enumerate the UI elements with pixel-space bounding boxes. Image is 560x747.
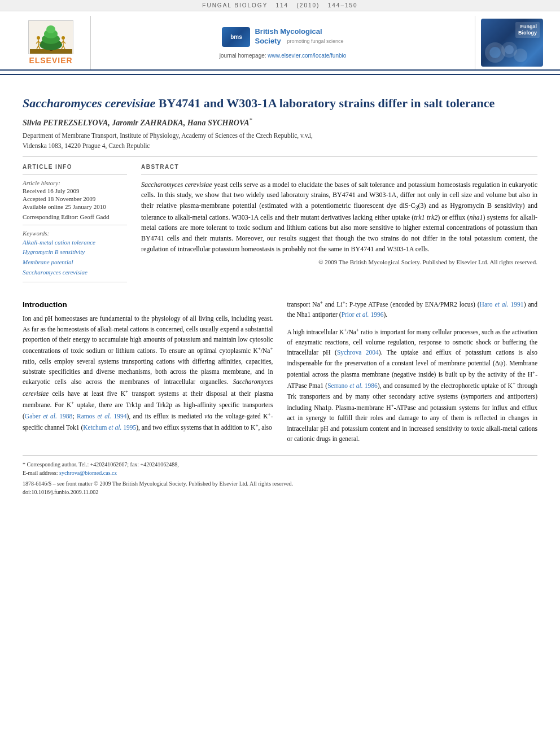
svg-line-10 [37, 46, 38, 49]
keyword-2: Hygromycin B sensitivity [23, 247, 127, 257]
svg-line-11 [38, 46, 40, 49]
society-mycological: Society [255, 37, 281, 46]
keywords-list: Alkali-metal cation tolerance Hygromycin… [23, 238, 127, 277]
footnote-doi: doi:10.1016/j.funbio.2009.11.002 [23, 488, 537, 496]
ref-serrano[interactable]: Serrano et al. 1986 [327, 382, 378, 389]
journal-homepage: journal homepage: www.elsevier.com/locat… [220, 53, 347, 59]
bms-logo: bms British Mycological Society promotin… [222, 27, 343, 47]
history-label: Article history: [23, 180, 127, 186]
homepage-link[interactable]: www.elsevier.com/locate/funbio [268, 53, 346, 59]
title-species: Saccharomyces cerevisiae [23, 96, 155, 110]
header-center: bms British Mycological Society promotin… [90, 16, 475, 69]
abstract-higher-word: higher [403, 224, 421, 231]
affiliation-line2: Videnska 1083, 14220 Prague 4, Czech Rep… [23, 142, 150, 149]
accepted-date: Accepted 18 November 2009 [23, 195, 127, 202]
bms-label: bms [230, 34, 242, 40]
intro-paragraph-2: transport Na+ and Li+: P-type ATPase (en… [287, 298, 538, 320]
svg-line-17 [63, 46, 65, 49]
species-italic: Saccharomyces cerevisiae [23, 378, 273, 396]
society-info: British Mycological Society promoting fu… [255, 27, 343, 46]
page-wrapper: FUNGAL BIOLOGY 114 (2010) 144–150 [0, 0, 560, 505]
ref-gaber[interactable]: Gaber et al. 1988 [25, 413, 73, 420]
article-info-header: ARTICLE INFO [23, 164, 127, 170]
article-title: Saccharomyces cerevisiae BY4741 and W303… [23, 95, 537, 112]
ref-ketchum[interactable]: Ketchum et al. 1995 [83, 424, 136, 431]
info-divider-top [23, 174, 127, 175]
ref-ramos[interactable]: Ramos et al. 1994 [77, 413, 126, 420]
keyword-3: Membrane potential [23, 257, 127, 268]
ref-prior[interactable]: Prior et al. 1996 [342, 311, 384, 318]
title-text: Saccharomyces cerevisiae BY4741 and W303… [23, 96, 495, 110]
fb-title-line1: Fungal [518, 24, 537, 30]
journal-cover-area: Fungal Biology [475, 16, 549, 69]
article-info-abstract: ARTICLE INFO Article history: Received 1… [23, 164, 537, 287]
corresponding-label: * Corresponding author. Tel.: +420241062… [23, 461, 179, 468]
authors: Silvia PETREZSELYOVA, Jaromir ZAHRADKA, … [23, 117, 537, 128]
society-tagline: promoting fungal science [287, 38, 343, 45]
svg-point-5 [46, 25, 55, 33]
main-content: Saccharomyces cerevisiae BY4741 and W303… [0, 78, 560, 505]
footnote-corresponding: * Corresponding author. Tel.: +420241062… [23, 460, 537, 477]
journal-pages: 144–150 [328, 2, 358, 8]
abstract-column: ABSTRACT Saccharomyces cerevisiae yeast … [141, 164, 537, 287]
article-info-column: ARTICLE INFO Article history: Received 1… [23, 164, 127, 287]
copyright-line: © 2009 The British Mycological Society. … [141, 259, 537, 265]
journal-id-bar: FUNGAL BIOLOGY 114 (2010) 144–150 [0, 0, 560, 11]
info-divider-bottom [23, 225, 127, 225]
journal-year: 2010 [300, 2, 317, 8]
author-list: Silvia PETREZSELYOVA, Jaromir ZAHRADKA, … [23, 119, 252, 127]
article-body: Introduction Ion and pH homeostases are … [23, 298, 537, 444]
email-link[interactable]: sychrova@biomed.cas.cz [59, 470, 117, 476]
fb-title-line2: Biology [518, 30, 537, 36]
body-left-column: Introduction Ion and pH homeostases are … [23, 298, 273, 444]
svg-line-16 [62, 46, 63, 49]
abstract-species: Saccharomyces cerevisiae [141, 181, 212, 189]
intro-paragraph-1: Ion and pH homeostases are fundamental t… [23, 313, 273, 433]
bms-emblem: bms [222, 27, 250, 47]
society-mycological-line: Society promoting fungal science [255, 37, 343, 46]
elsevier-logo-area: ELSEVIER [11, 16, 90, 69]
keywords-label: Keywords: [23, 230, 127, 237]
ref-haro[interactable]: Haro et al. 1991 [480, 301, 524, 308]
affiliation: Department of Membrane Transport, Instit… [23, 131, 537, 151]
email-label: E-mail address: [23, 470, 59, 476]
body-right-column: transport Na+ and Li+: P-type ATPase (en… [287, 298, 538, 444]
keyword-4: Saccharomyces cerevisiae [23, 268, 127, 278]
svg-point-21 [489, 47, 501, 58]
fungal-biology-cover: Fungal Biology [481, 19, 543, 67]
elsevier-logo: ELSEVIER [28, 20, 73, 65]
keyword-1: Alkali-metal cation tolerance [23, 238, 127, 248]
svg-point-6 [37, 36, 40, 40]
header-bar: ELSEVIER bms British Mycological Society… [0, 11, 560, 71]
homepage-label: journal homepage: [220, 53, 266, 59]
cover-art-svg [484, 36, 535, 64]
footnote-section: * Corresponding author. Tel.: +420241062… [23, 455, 537, 496]
elsevier-tree-image [28, 20, 73, 54]
intro-section-title: Introduction [23, 300, 273, 309]
abstract-text: Saccharomyces cerevisiae yeast cells ser… [141, 180, 537, 254]
svg-point-22 [505, 45, 514, 54]
content-divider-1 [23, 156, 537, 157]
footnote-issn: 1878-6146/$ – see front matter © 2009 Th… [23, 479, 537, 488]
author1: Silvia PETREZSELYOVA, Jaromir ZAHRADKA, … [23, 119, 250, 127]
svg-point-20 [514, 49, 527, 62]
corresponding-marker: * [250, 117, 252, 124]
journal-name: FUNGAL BIOLOGY [202, 2, 268, 8]
abstract-header: ABSTRACT [141, 164, 537, 170]
svg-point-12 [62, 36, 65, 40]
affiliation-line1: Department of Membrane Transport, Instit… [23, 132, 313, 139]
abstract-and-word: and [375, 245, 385, 253]
received-date: Received 16 July 2009 [23, 187, 127, 194]
intro-paragraph-3: A high intracellular K+/Na+ ratio is imp… [287, 326, 538, 444]
ref-sychrova[interactable]: Sychrova 2004 [337, 349, 379, 356]
journal-volume: 114 [275, 2, 288, 8]
elsevier-wordmark: ELSEVIER [29, 56, 72, 65]
header-divider [0, 74, 560, 75]
available-date: Available online 25 January 2010 [23, 203, 127, 210]
society-british: British Mycological [255, 27, 343, 37]
info-divider-final [23, 282, 127, 282]
title-rest: BY4741 and W303-1A laboratory strains di… [159, 96, 495, 110]
abstract-divider [141, 174, 537, 175]
editor-info: Corresponding Editor: Geoff Gadd [23, 213, 127, 220]
